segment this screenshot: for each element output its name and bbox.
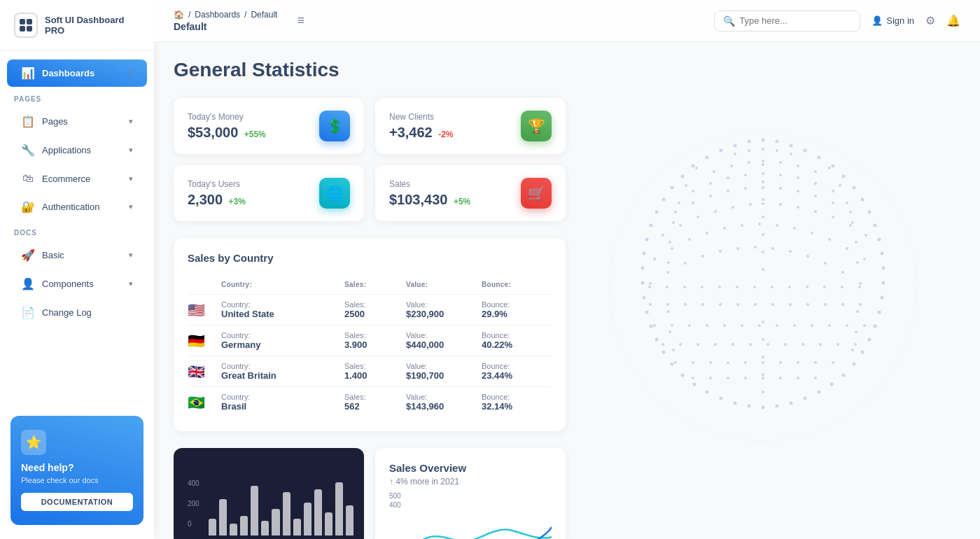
svg-point-215 <box>672 221 675 224</box>
col-sales-header: Sales: <box>344 281 400 288</box>
notifications-button[interactable]: 🔔 <box>946 14 960 27</box>
sidebar-item-authentication[interactable]: 🔐 Authentication ▾ <box>7 193 147 220</box>
svg-point-173 <box>714 343 717 346</box>
menu-toggle-button[interactable]: ≡ <box>291 10 310 31</box>
svg-point-7 <box>776 140 779 144</box>
country-name-gb: Country: Great Britain <box>221 362 339 381</box>
help-card: ⭐ Need help? Please check our docs DOCUM… <box>10 416 144 525</box>
search-input[interactable] <box>739 15 851 26</box>
svg-point-192 <box>692 377 694 379</box>
country-name-br: Country: Brasil <box>221 393 339 412</box>
sidebar-item-components[interactable]: 👤 Components ▾ <box>7 270 147 298</box>
svg-point-31 <box>882 267 886 270</box>
svg-point-101 <box>814 210 817 213</box>
svg-point-210 <box>762 373 764 376</box>
svg-point-84 <box>727 190 729 192</box>
flag-gb: 🇬🇧 <box>188 363 216 380</box>
svg-point-162 <box>741 324 743 327</box>
svg-point-179 <box>819 343 822 346</box>
changelog-icon: 📄 <box>21 306 35 319</box>
svg-point-168 <box>846 324 848 327</box>
svg-point-188 <box>779 361 782 364</box>
svg-point-182 <box>674 361 677 364</box>
svg-point-186 <box>744 361 747 364</box>
svg-point-208 <box>762 338 764 341</box>
svg-point-63 <box>776 149 778 152</box>
svg-point-169 <box>863 324 866 327</box>
svg-point-34 <box>641 281 645 285</box>
svg-point-102 <box>832 216 834 218</box>
sidebar-item-changelog[interactable]: 📄 Change Log <box>7 299 147 326</box>
bar-4 <box>240 516 248 536</box>
svg-rect-3 <box>27 26 32 31</box>
stat-clients-info: New Clients +3,462 -2% <box>389 112 454 141</box>
svg-rect-0 <box>20 19 25 24</box>
stat-money-change: +55% <box>244 130 266 139</box>
country-sales-br: Sales: 562 <box>344 393 400 412</box>
svg-point-126 <box>789 250 792 253</box>
sign-in-button[interactable]: 👤 Sign in <box>872 15 914 26</box>
sidebar-item-pages[interactable]: 📋 Pages ▾ <box>7 108 147 135</box>
country-sales-us: Sales: 2500 <box>344 300 400 319</box>
svg-point-65 <box>713 170 715 173</box>
svg-point-176 <box>766 343 769 346</box>
svg-point-35 <box>881 296 884 300</box>
components-icon: 👤 <box>21 277 35 290</box>
svg-point-81 <box>674 211 677 214</box>
svg-point-103 <box>849 224 852 227</box>
svg-point-70 <box>797 164 799 167</box>
svg-point-224 <box>851 221 854 224</box>
country-value-br: Value: $143,960 <box>406 393 476 412</box>
documentation-button[interactable]: DOCUMENTATION <box>21 493 133 511</box>
svg-point-44 <box>662 351 666 354</box>
svg-point-47 <box>842 374 846 377</box>
y-axis-labels: 400 200 0 <box>188 479 200 528</box>
svg-point-80 <box>832 190 834 192</box>
sidebar-item-applications[interactable]: 🔧 Applications ▾ <box>7 136 147 164</box>
svg-point-32 <box>641 267 645 270</box>
svg-point-54 <box>720 397 723 400</box>
svg-point-72 <box>692 190 694 192</box>
sidebar-item-ecommerce[interactable]: 🛍 Ecommerce ▾ <box>7 165 147 192</box>
bar-9 <box>293 519 301 536</box>
svg-point-9 <box>790 144 793 148</box>
svg-point-183 <box>692 361 694 364</box>
stat-card-clients: New Clients +3,462 -2% 🏆 <box>375 98 566 154</box>
svg-point-4 <box>609 133 917 441</box>
bar-7 <box>272 509 279 536</box>
svg-point-55 <box>790 402 793 405</box>
svg-point-225 <box>855 241 858 244</box>
svg-point-158 <box>671 324 673 327</box>
col-bounce-header: Bounce: <box>482 281 552 288</box>
sidebar-item-dashboards[interactable]: 📊 Dashboards ▾ <box>7 59 147 87</box>
sales-country-title: Sales by Country <box>188 252 552 264</box>
svg-point-119 <box>666 271 669 274</box>
breadcrumb-current: Default <box>251 10 277 20</box>
svg-point-20 <box>671 186 674 190</box>
pages-icon: 📋 <box>21 115 35 128</box>
svg-point-124 <box>754 246 757 248</box>
svg-point-140 <box>806 286 808 288</box>
table-row: 🇩🇪 Country: Germany Sales: 3.900 Value: … <box>188 326 552 356</box>
svg-point-127 <box>806 255 809 258</box>
svg-point-185 <box>727 361 729 364</box>
svg-point-66 <box>730 164 733 167</box>
svg-point-195 <box>744 377 747 379</box>
svg-point-206 <box>762 268 764 271</box>
svg-point-175 <box>749 343 752 346</box>
svg-point-177 <box>784 343 787 346</box>
sidebar-item-basic[interactable]: 🚀 Basic ▾ <box>7 241 147 269</box>
country-value-gb: Value: $190,700 <box>406 362 476 381</box>
country-sales-gb: Sales: 1.400 <box>344 362 400 381</box>
svg-point-135 <box>718 286 721 288</box>
table-row: 🇺🇸 Country: United State Sales: 2500 Val… <box>188 295 552 326</box>
settings-button[interactable]: ⚙ <box>925 14 935 27</box>
sales-overview-title: Sales Overview <box>389 462 552 474</box>
svg-point-23 <box>868 211 872 214</box>
svg-point-21 <box>861 198 864 202</box>
svg-point-204 <box>762 233 764 236</box>
svg-point-115 <box>828 238 831 241</box>
breadcrumb: 🏠 / Dashboards / Default Default <box>174 10 277 32</box>
svg-point-58 <box>748 405 751 408</box>
svg-point-114 <box>811 232 813 234</box>
